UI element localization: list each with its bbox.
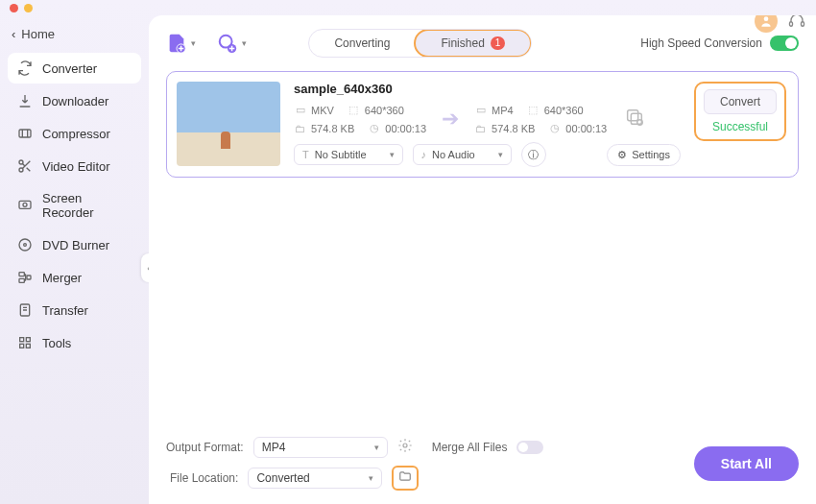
status-text: Successful xyxy=(712,120,768,133)
svg-rect-12 xyxy=(26,338,30,342)
sidebar-item-downloader[interactable]: Downloader xyxy=(8,85,141,116)
video-icon: ▭ xyxy=(294,104,306,116)
chevron-left-icon: ‹ xyxy=(12,27,15,41)
dst-duration: ◷00:00:13 xyxy=(548,122,607,134)
svg-rect-3 xyxy=(19,201,31,208)
chevron-down-icon: ▾ xyxy=(374,443,379,452)
content-area: ▾ ▾ Converting Finished 1 xyxy=(149,15,816,504)
file-location-select[interactable]: Converted ▾ xyxy=(248,468,382,489)
sidebar-item-dvd-burner[interactable]: DVD Burner xyxy=(8,229,141,260)
merge-label: Merge All Files xyxy=(432,441,508,454)
info-button[interactable]: ⓘ xyxy=(521,142,546,167)
add-file-button[interactable]: ▾ xyxy=(166,33,196,54)
sidebar-item-video-editor[interactable]: Video Editor xyxy=(8,151,141,181)
arrow-right-icon: ➔ xyxy=(442,107,459,132)
download-icon xyxy=(17,93,33,108)
sidebar-item-converter[interactable]: Converter xyxy=(8,53,141,84)
finished-count-badge: 1 xyxy=(491,36,506,50)
svg-rect-21 xyxy=(628,110,638,121)
src-format: ▭MKV xyxy=(294,104,334,116)
dimensions-icon: ⬚ xyxy=(527,104,540,116)
sidebar-item-label: Compressor xyxy=(42,127,110,141)
svg-point-1 xyxy=(19,160,23,164)
dimensions-icon: ⬚ xyxy=(348,104,360,116)
folder-icon: 🗀 xyxy=(294,122,306,134)
converter-icon xyxy=(17,60,33,76)
chevron-down-icon: ▾ xyxy=(242,38,247,48)
svg-rect-9 xyxy=(27,276,31,279)
home-link[interactable]: ‹ Home xyxy=(8,21,141,51)
sidebar-item-transfer[interactable]: Transfer xyxy=(8,295,141,325)
svg-rect-11 xyxy=(20,338,24,342)
folder-icon xyxy=(398,469,412,487)
high-speed-label: High Speed Conversion xyxy=(640,36,762,50)
audio-value: No Audio xyxy=(432,149,475,160)
sidebar-item-label: Screen Recorder xyxy=(42,191,132,220)
sidebar-item-label: Video Editor xyxy=(42,159,110,174)
add-file-icon xyxy=(166,33,187,54)
home-label: Home xyxy=(21,27,55,41)
dst-format: ▭MP4 xyxy=(474,104,514,116)
sidebar-item-label: Tools xyxy=(42,336,71,350)
convert-button[interactable]: Convert xyxy=(704,89,777,114)
sidebar-item-label: DVD Burner xyxy=(42,238,109,252)
info-icon: ⓘ xyxy=(528,148,539,162)
sidebar-item-merger[interactable]: Merger xyxy=(8,262,141,293)
sidebar-item-tools[interactable]: Tools xyxy=(8,327,141,358)
sidebar-item-label: Transfer xyxy=(42,303,88,318)
svg-rect-22 xyxy=(632,113,642,124)
settings-label: Settings xyxy=(632,149,670,160)
folder-icon: 🗀 xyxy=(474,122,487,134)
sidebar-item-compressor[interactable]: Compressor xyxy=(8,118,141,149)
svg-point-2 xyxy=(19,168,23,172)
svg-rect-17 xyxy=(802,22,804,27)
tab-converting[interactable]: Converting xyxy=(309,30,415,57)
open-folder-button[interactable] xyxy=(392,466,419,491)
merge-icon xyxy=(17,270,33,285)
video-thumbnail[interactable] xyxy=(177,82,280,166)
grid-icon xyxy=(17,335,33,350)
add-url-button[interactable]: ▾ xyxy=(217,33,247,54)
file-location-label: File Location: xyxy=(170,471,238,485)
svg-rect-8 xyxy=(19,278,24,282)
merge-toggle[interactable] xyxy=(516,441,543,454)
chevron-down-icon: ▾ xyxy=(369,473,373,483)
output-format-select[interactable]: MP4 ▾ xyxy=(253,437,388,458)
disc-icon xyxy=(17,237,33,252)
svg-rect-13 xyxy=(20,344,24,348)
tab-label: Converting xyxy=(334,36,390,50)
window-titlebar xyxy=(0,0,816,15)
src-size: 🗀574.8 KB xyxy=(294,122,354,134)
window-close-button[interactable] xyxy=(10,4,18,12)
output-settings-icon[interactable] xyxy=(624,107,645,128)
audio-select[interactable]: ♪ No Audio ▾ xyxy=(413,144,512,165)
clock-icon: ◷ xyxy=(548,122,561,134)
output-settings-button[interactable] xyxy=(397,438,413,457)
chevron-down-icon: ▾ xyxy=(191,38,196,48)
dst-size: 🗀574.8 KB xyxy=(474,122,535,134)
sidebar: ‹ Home Converter Downloader Compressor V… xyxy=(0,15,149,504)
svg-point-5 xyxy=(19,239,31,251)
convert-status-box: Convert Successful xyxy=(694,82,786,141)
file-location-value: Converted xyxy=(256,471,309,485)
subtitle-value: No Subtitle xyxy=(315,149,367,160)
support-icon[interactable] xyxy=(785,15,808,33)
tab-finished[interactable]: Finished 1 xyxy=(414,29,532,58)
high-speed-toggle[interactable] xyxy=(770,36,799,51)
subtitle-icon: T xyxy=(302,149,309,160)
svg-point-15 xyxy=(764,16,769,21)
subtitle-select[interactable]: T No Subtitle ▾ xyxy=(294,144,403,165)
src-dimensions: ⬚640*360 xyxy=(348,104,404,116)
settings-button[interactable]: ⚙ Settings xyxy=(607,144,681,166)
scissors-icon xyxy=(17,158,33,174)
svg-rect-7 xyxy=(19,273,24,276)
sidebar-item-screen-recorder[interactable]: Screen Recorder xyxy=(8,183,141,228)
svg-point-24 xyxy=(403,444,407,447)
tab-segment: Converting Finished 1 xyxy=(308,29,532,58)
output-format-value: MP4 xyxy=(262,441,286,454)
window-minimize-button[interactable] xyxy=(24,4,33,12)
svg-rect-14 xyxy=(26,344,30,348)
start-all-button[interactable]: Start All xyxy=(694,446,799,481)
output-format-label: Output Format: xyxy=(166,441,244,454)
record-icon xyxy=(17,198,33,213)
